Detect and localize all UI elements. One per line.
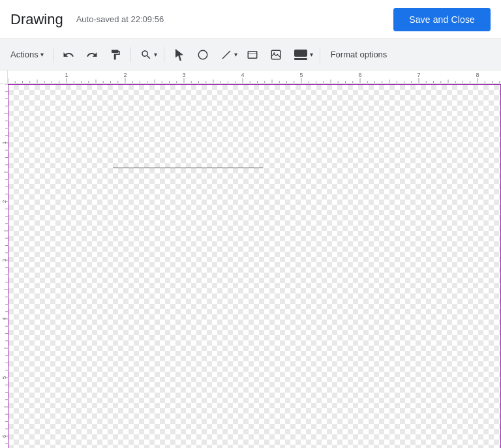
ruler-row — [0, 70, 501, 84]
canvas-container — [0, 84, 501, 448]
toolbar-divider-4 — [320, 47, 320, 63]
shapes-button[interactable] — [192, 43, 214, 67]
toolbar-divider-1 — [53, 47, 53, 63]
horizontal-ruler — [8, 70, 501, 83]
image-button[interactable] — [265, 43, 287, 67]
redo-button[interactable] — [81, 43, 103, 67]
vertical-ruler — [0, 84, 8, 448]
line-button[interactable]: ▾ — [215, 43, 240, 67]
toolbar-divider-2 — [130, 47, 131, 63]
color-icon — [294, 49, 308, 61]
app-header: Drawing Auto-saved at 22:09:56 Save and … — [0, 0, 501, 39]
paint-format-button[interactable] — [104, 43, 127, 67]
color-chevron-icon: ▾ — [310, 51, 313, 58]
undo-icon — [63, 49, 74, 61]
image-icon — [270, 49, 282, 61]
toolbar: Actions ▾ ▾ ▾ — [0, 39, 501, 70]
select-cursor-icon — [174, 49, 185, 61]
autosave-status: Auto-saved at 22:09:56 — [76, 14, 164, 24]
header-left: Drawing Auto-saved at 22:09:56 — [10, 11, 164, 28]
toolbar-divider-3 — [164, 47, 164, 63]
text-box-icon — [247, 49, 258, 61]
drawn-line — [113, 168, 263, 168]
actions-chevron-icon: ▾ — [40, 51, 44, 58]
select-button[interactable] — [168, 43, 190, 67]
svg-point-0 — [198, 50, 207, 59]
save-close-button[interactable]: Save and Close — [393, 8, 491, 31]
actions-menu-button[interactable]: Actions ▾ — [5, 43, 49, 67]
shapes-icon — [197, 49, 209, 61]
line-chevron-icon: ▾ — [234, 51, 237, 58]
undo-button[interactable] — [57, 43, 80, 67]
color-button[interactable]: ▾ — [288, 43, 316, 67]
app-title: Drawing — [10, 11, 63, 28]
svg-point-4 — [273, 52, 275, 53]
zoom-chevron-icon: ▾ — [154, 51, 157, 58]
text-box-button[interactable] — [241, 43, 264, 67]
actions-label: Actions — [10, 50, 38, 59]
svg-rect-1 — [248, 51, 257, 58]
format-options-button[interactable]: Format options — [324, 46, 394, 63]
zoom-button[interactable]: ▾ — [135, 43, 160, 67]
ruler-corner — [0, 70, 8, 83]
paint-format-icon — [110, 49, 121, 61]
redo-icon — [86, 49, 98, 61]
zoom-icon — [140, 49, 152, 61]
svg-rect-5 — [294, 50, 307, 57]
drawing-canvas[interactable] — [8, 84, 501, 448]
line-icon — [220, 49, 232, 61]
svg-rect-6 — [294, 58, 307, 60]
